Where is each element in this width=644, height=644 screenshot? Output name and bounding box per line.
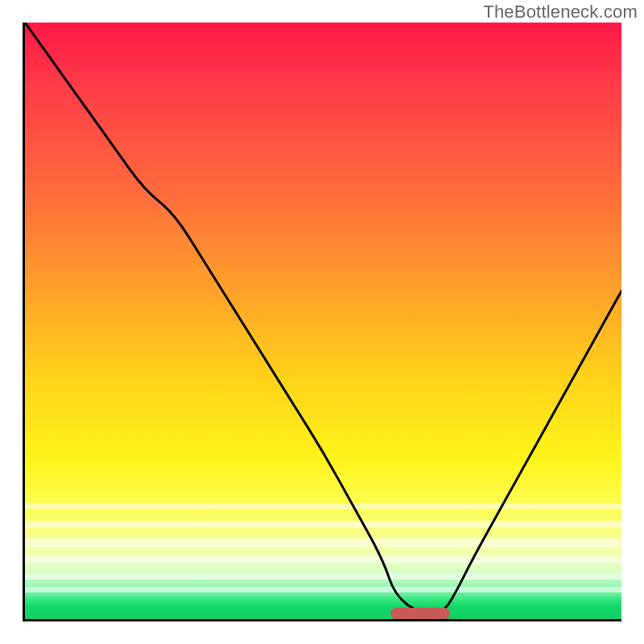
optimal-range-marker bbox=[390, 608, 450, 619]
chart-root: TheBottleneck.com bbox=[0, 0, 644, 644]
plot-area bbox=[23, 23, 621, 621]
curve-svg bbox=[25, 23, 621, 619]
watermark-text: TheBottleneck.com bbox=[483, 2, 638, 23]
bottleneck-curve-path bbox=[25, 23, 621, 613]
